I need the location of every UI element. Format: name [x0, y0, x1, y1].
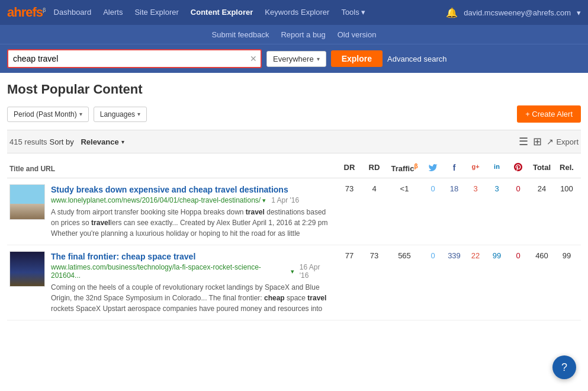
- scope-arrow-icon: ▾: [317, 56, 320, 62]
- languages-filter[interactable]: Languages ▾: [94, 107, 147, 122]
- user-email[interactable]: david.mcsweeney@ahrefs.com: [464, 8, 571, 17]
- table-row: Study breaks down expensive and cheap tr…: [7, 178, 581, 245]
- result-snippet: A study from airport transfer booking si…: [51, 207, 331, 239]
- languages-arrow-icon: ▾: [137, 111, 140, 117]
- result-snippet: Coming on the heels of a couple of revol…: [51, 282, 331, 314]
- search-input-wrapper: ✕: [7, 49, 262, 68]
- col-header-title: Title and URL: [9, 165, 337, 173]
- result-title-link[interactable]: The final frontier: cheap space travel: [51, 252, 195, 261]
- old-version-link[interactable]: Old version: [338, 30, 377, 39]
- col-header-gplus: g+: [465, 163, 486, 174]
- metric-gplus: 22: [465, 251, 486, 260]
- metric-total: 460: [529, 251, 555, 260]
- col-header-rel: Rel.: [555, 163, 579, 174]
- scope-dropdown[interactable]: Everywhere ▾: [266, 51, 326, 67]
- metric-rel: 100: [555, 184, 579, 193]
- user-menu-arrow-icon[interactable]: ▾: [577, 8, 581, 17]
- sort-dropdown[interactable]: Sort by Relevance ▾: [50, 137, 124, 146]
- nav-content-explorer[interactable]: Content Explorer: [185, 0, 259, 25]
- result-url: www.latimes.com/business/technology/la-f…: [51, 263, 331, 280]
- url-dropdown-icon[interactable]: ▾: [262, 197, 266, 204]
- nav-tools[interactable]: Tools ▾: [335, 0, 371, 25]
- nav-right: 🔔 david.mcsweeney@ahrefs.com ▾: [446, 7, 581, 18]
- metric-traffic: <1: [387, 184, 422, 193]
- top-navigation: ahrefsβ Dashboard Alerts Site Explorer C…: [0, 0, 588, 25]
- metric-rel: 99: [555, 251, 579, 260]
- list-view-icon[interactable]: ☰: [519, 135, 528, 148]
- metric-pinterest: 0: [507, 184, 529, 193]
- result-url: www.lonelyplanet.com/news/2016/04/01/che…: [51, 196, 331, 204]
- metric-dr: 77: [337, 251, 362, 260]
- col-header-facebook: f: [444, 163, 465, 174]
- metric-twitter: 0: [422, 184, 444, 193]
- result-info: Study breaks down expensive and cheap tr…: [51, 184, 331, 239]
- main-nav: Dashboard Alerts Site Explorer Content E…: [48, 0, 372, 25]
- page-title: Most Popular Content: [7, 82, 581, 97]
- results-bar: 415 results Sort by Relevance ▾ ☰ ⊞ ↗ Ex…: [7, 130, 581, 153]
- result-title-link[interactable]: Study breaks down expensive and cheap tr…: [51, 185, 288, 194]
- table-header: Title and URL DR RD Trafficβ f g+ in Tot…: [7, 159, 581, 178]
- col-header-rd: RD: [362, 163, 387, 174]
- sort-arrow-icon: ▾: [121, 139, 124, 145]
- result-metrics: 73 4 <1 0 18 3 3 0 24 100: [337, 184, 579, 193]
- metric-twitter: 0: [422, 251, 444, 260]
- metric-dr: 73: [337, 184, 362, 193]
- sub-navigation: Submit feedback Report a bug Old version: [0, 25, 588, 44]
- result-metrics: 77 73 565 0 339 22 99 0 460 99: [337, 251, 579, 260]
- metric-linkedin: 3: [486, 184, 507, 193]
- submit-feedback-link[interactable]: Submit feedback: [212, 30, 269, 39]
- metric-gplus: 3: [465, 184, 486, 193]
- results-list: Study breaks down expensive and cheap tr…: [7, 178, 581, 321]
- search-bar: ✕ Everywhere ▾ Explore Advanced search: [0, 44, 588, 73]
- metric-facebook: 339: [444, 251, 465, 260]
- col-header-dr: DR: [337, 163, 362, 174]
- report-bug-link[interactable]: Report a bug: [281, 30, 325, 39]
- view-controls: ☰ ⊞ ↗ Export: [519, 135, 579, 148]
- search-input[interactable]: [7, 49, 262, 68]
- export-button[interactable]: ↗ Export: [547, 137, 579, 146]
- metric-linkedin: 99: [486, 251, 507, 260]
- filters-row: Period (Past Month) ▾ Languages ▾ + Crea…: [7, 105, 581, 123]
- grid-view-icon[interactable]: ⊞: [533, 135, 542, 148]
- result-date: 1 Apr '16: [271, 196, 299, 204]
- col-header-linkedin: in: [486, 163, 507, 174]
- nav-dashboard[interactable]: Dashboard: [48, 0, 98, 25]
- metric-facebook: 18: [444, 184, 465, 193]
- col-header-total: Total: [529, 163, 555, 174]
- search-clear-icon[interactable]: ✕: [250, 54, 257, 63]
- col-header-pinterest: [507, 163, 529, 174]
- period-filter[interactable]: Period (Past Month) ▾: [7, 107, 89, 122]
- metric-total: 24: [529, 184, 555, 193]
- notifications-bell-icon[interactable]: 🔔: [446, 7, 458, 18]
- nav-keywords-explorer[interactable]: Keywords Explorer: [259, 0, 335, 25]
- logo[interactable]: ahrefsβ: [7, 5, 46, 20]
- result-thumbnail: [9, 184, 45, 220]
- nav-alerts[interactable]: Alerts: [97, 0, 128, 25]
- table-row: The final frontier: cheap space travel w…: [7, 245, 581, 321]
- metric-rd: 4: [362, 184, 387, 193]
- result-thumbnail: [9, 251, 45, 287]
- results-count: 415 results: [9, 137, 47, 146]
- col-header-twitter: [422, 163, 444, 174]
- metric-rd: 73: [362, 251, 387, 260]
- period-arrow-icon: ▾: [79, 111, 82, 117]
- col-header-traffic: Trafficβ: [387, 163, 422, 174]
- export-icon: ↗: [547, 137, 554, 146]
- result-date: 16 Apr '16: [300, 263, 331, 280]
- result-info: The final frontier: cheap space travel w…: [51, 251, 331, 314]
- nav-site-explorer[interactable]: Site Explorer: [128, 0, 184, 25]
- url-dropdown-icon[interactable]: ▾: [291, 268, 294, 275]
- explore-button[interactable]: Explore: [331, 50, 383, 67]
- advanced-search-link[interactable]: Advanced search: [387, 55, 446, 63]
- metric-pinterest: 0: [507, 251, 529, 260]
- main-content: Most Popular Content Period (Past Month)…: [0, 73, 588, 321]
- create-alert-button[interactable]: + Create Alert: [517, 105, 581, 123]
- metric-traffic: 565: [387, 251, 422, 260]
